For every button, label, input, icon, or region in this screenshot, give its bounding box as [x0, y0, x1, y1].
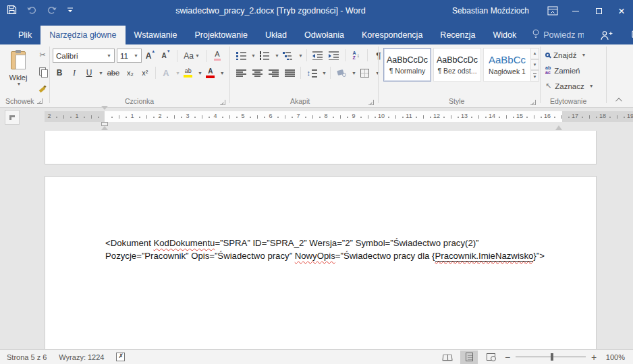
doc-line-2[interactable]: Pozycje=”Pracownik” Opis=”Świadectwo pra…	[105, 249, 545, 262]
sort-button[interactable]: AZ↓	[349, 49, 364, 62]
italic-button[interactable]: I	[67, 66, 81, 80]
ruler-tick	[451, 115, 451, 119]
change-case-button[interactable]: Aa▼	[182, 49, 202, 63]
proofing-errors-icon[interactable]	[116, 353, 125, 361]
left-indent-marker[interactable]	[101, 122, 108, 126]
tab-home[interactable]: Narzędzia główne	[40, 26, 125, 44]
increase-indent-button[interactable]	[327, 49, 341, 62]
redo-icon[interactable]	[47, 5, 57, 17]
clear-formatting-button[interactable]: A	[211, 49, 224, 63]
align-right-button[interactable]	[266, 66, 281, 80]
shading-button[interactable]	[334, 66, 349, 80]
collapse-ribbon-button[interactable]	[614, 95, 625, 104]
numbering-button[interactable]	[257, 49, 272, 62]
copy-button[interactable]	[36, 65, 49, 78]
style-no-spacing[interactable]: AaBbCcDc ¶ Bez odst...	[433, 48, 481, 82]
zoom-out-button[interactable]: −	[503, 352, 512, 363]
minimize-button[interactable]	[564, 0, 587, 22]
share-icon[interactable]	[590, 26, 622, 44]
read-mode-button[interactable]	[439, 351, 456, 364]
underline-button[interactable]: U	[82, 66, 96, 80]
find-button[interactable]: Znajdź▼	[545, 49, 594, 61]
user-name[interactable]: Sebastian Moździoch	[440, 6, 541, 16]
tab-references[interactable]: Odwołania	[296, 26, 353, 44]
document-area[interactable]: <Dokument KodDokumentu=”SPRA” ID=”SPRA_2…	[0, 131, 633, 349]
tab-mailings[interactable]: Korespondencja	[353, 26, 431, 44]
paste-dropdown-arrow[interactable]: ▼	[17, 82, 22, 86]
tab-design[interactable]: Projektowanie	[186, 26, 256, 44]
tab-insert[interactable]: Wstawianie	[126, 26, 186, 44]
strikethrough-button[interactable]: abe	[105, 66, 122, 80]
tab-stop-selector[interactable]	[5, 110, 20, 125]
undo-icon[interactable]	[26, 5, 37, 17]
numbering-dropdown-arrow[interactable]: ▼	[275, 53, 279, 58]
highlight-button[interactable]: ab	[182, 66, 195, 80]
font-name-combo[interactable]: Calibri▼	[53, 49, 115, 63]
doc-line-1[interactable]: <Dokument KodDokumentu=”SPRA” ID=”SPRA_2…	[105, 237, 545, 249]
page-indicator[interactable]: Strona 5 z 6	[7, 353, 47, 361]
paragraph-dialog-launcher[interactable]	[368, 100, 374, 105]
style-gallery-more-icon[interactable]: ▼	[530, 70, 539, 82]
print-layout-button[interactable]	[460, 351, 478, 364]
close-button[interactable]: ×	[610, 0, 633, 22]
style-normal[interactable]: AaBbCcDc ¶ Normalny	[383, 48, 431, 82]
ruler-tick	[63, 115, 64, 119]
subscript-button[interactable]: x₂	[123, 66, 137, 80]
zoom-slider-handle[interactable]	[551, 353, 553, 361]
multilevel-dropdown-arrow[interactable]: ▼	[298, 53, 303, 58]
multilevel-list-button[interactable]	[281, 49, 296, 62]
clipboard-dialog-launcher[interactable]	[37, 98, 43, 104]
align-center-button[interactable]	[250, 66, 265, 80]
customize-qat-icon[interactable]	[67, 6, 74, 16]
superscript-button[interactable]: x²	[138, 66, 152, 80]
style-heading-1[interactable]: AaBbCc Nagłówek 1	[483, 48, 531, 82]
cut-button[interactable]: ✂	[36, 49, 49, 61]
font-dialog-launcher[interactable]	[220, 100, 225, 105]
word-count[interactable]: Wyrazy: 1224	[59, 353, 104, 361]
tab-view[interactable]: Widok	[484, 26, 525, 44]
shrink-font-button[interactable]: A▼	[159, 49, 173, 63]
zoom-in-button[interactable]: +	[590, 352, 598, 363]
shading-dropdown-arrow[interactable]: ▼	[352, 71, 356, 75]
justify-button[interactable]	[282, 66, 297, 80]
style-scroll-up-icon[interactable]: ▲	[530, 48, 539, 59]
font-color-button[interactable]: A	[204, 66, 217, 80]
tab-layout[interactable]: Układ	[256, 26, 296, 44]
align-left-button[interactable]	[233, 66, 248, 80]
bold-button[interactable]: B	[53, 66, 66, 80]
tell-me-box[interactable]: Powiedz mi	[525, 26, 590, 44]
bullets-dropdown-arrow[interactable]: ▼	[251, 53, 256, 58]
text-effects-button[interactable]: A	[159, 66, 173, 80]
line-spacing-button[interactable]	[304, 66, 319, 80]
right-indent-marker[interactable]	[555, 116, 562, 125]
comments-icon[interactable]	[622, 26, 633, 44]
underline-dropdown-arrow[interactable]: ▼	[99, 71, 103, 75]
paste-button[interactable]: Wklej ▼	[3, 47, 34, 100]
replace-button[interactable]: abac Zamień	[545, 65, 594, 76]
ruler-strip[interactable]: 2112345678910111213141516171819	[45, 111, 633, 122]
decrease-indent-button[interactable]	[310, 49, 325, 62]
save-icon[interactable]	[7, 5, 17, 17]
grow-font-button[interactable]: A▲	[144, 49, 157, 63]
font-color-dropdown-arrow[interactable]: ▼	[220, 71, 225, 75]
page-current[interactable]: <Dokument KodDokumentu=”SPRA” ID=”SPRA_2…	[45, 176, 597, 349]
line-spacing-dropdown-arrow[interactable]: ▼	[322, 71, 327, 75]
format-painter-button[interactable]	[36, 82, 49, 94]
select-button[interactable]: ↖ Zaznacz▼	[545, 80, 594, 92]
zoom-slider[interactable]	[516, 357, 586, 357]
zoom-level[interactable]: 100%	[602, 353, 625, 361]
tab-review[interactable]: Recenzja	[431, 26, 484, 44]
style-scroll-down-icon[interactable]: ▼	[530, 59, 539, 71]
highlight-dropdown-arrow[interactable]: ▼	[198, 71, 202, 75]
maximize-button[interactable]	[587, 0, 610, 22]
page-previous[interactable]	[45, 131, 597, 164]
font-size-combo[interactable]: 11▼	[117, 49, 142, 63]
style-gallery-scroll: ▲ ▼ ▼	[530, 48, 539, 82]
styles-dialog-launcher[interactable]	[530, 100, 536, 105]
ribbon-display-options-icon[interactable]	[541, 0, 564, 22]
document-text[interactable]: <Dokument KodDokumentu=”SPRA” ID=”SPRA_2…	[105, 237, 545, 262]
web-layout-button[interactable]	[482, 351, 499, 364]
tab-file[interactable]: Plik	[9, 26, 40, 44]
borders-button[interactable]	[358, 66, 373, 80]
bullets-button[interactable]	[233, 49, 248, 62]
